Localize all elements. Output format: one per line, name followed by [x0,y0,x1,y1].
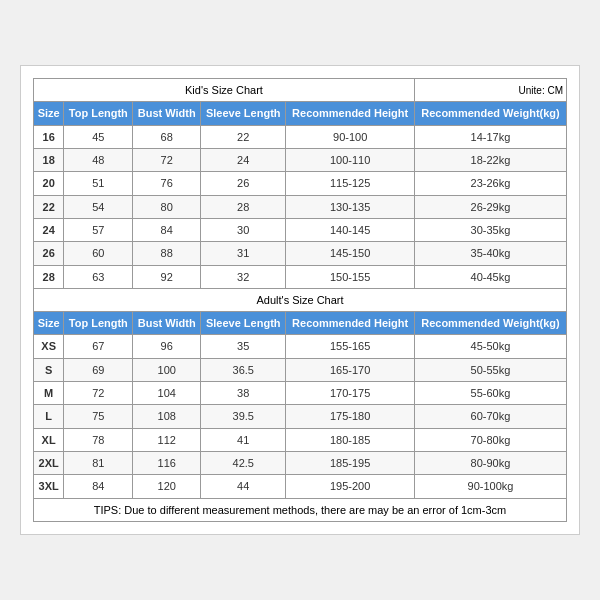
kids-cell: 35-40kg [414,242,566,265]
adults-cell: 165-170 [286,358,415,381]
adults-cell: L [34,405,64,428]
kids-cell: 115-125 [286,172,415,195]
adults-cell: XS [34,335,64,358]
adults-col-size: Size [34,312,64,335]
adults-title-row: Adult's Size Chart [34,288,567,311]
kids-cell: 16 [34,125,64,148]
kids-data-row: 24578430140-14530-35kg [34,218,567,241]
adults-cell: 84 [64,475,133,498]
adults-cell: 38 [201,382,286,405]
kids-data-body: 1645682290-10014-17kg18487224100-11018-2… [34,125,567,288]
adults-cell: 75 [64,405,133,428]
kids-cell: 28 [201,195,286,218]
kids-col-bust: Bust Width [133,102,201,125]
kids-cell: 22 [201,125,286,148]
adults-cell: 69 [64,358,133,381]
adults-col-height: Recommended Height [286,312,415,335]
kids-cell: 150-155 [286,265,415,288]
adults-cell: 36.5 [201,358,286,381]
adults-cell: 72 [64,382,133,405]
adults-data-row: M7210438170-17555-60kg [34,382,567,405]
kids-data-row: 20517626115-12523-26kg [34,172,567,195]
kids-cell: 140-145 [286,218,415,241]
kids-cell: 145-150 [286,242,415,265]
kids-cell: 24 [201,149,286,172]
kids-data-row: 28639232150-15540-45kg [34,265,567,288]
kids-cell: 26 [201,172,286,195]
adults-cell: S [34,358,64,381]
kids-data-row: 18487224100-11018-22kg [34,149,567,172]
kids-cell: 100-110 [286,149,415,172]
kids-cell: 130-135 [286,195,415,218]
tips-text: TIPS: Due to different measurement metho… [34,498,567,521]
kids-cell: 45 [64,125,133,148]
adults-cell: 42.5 [201,451,286,474]
kids-cell: 60 [64,242,133,265]
kids-cell: 30 [201,218,286,241]
kids-cell: 92 [133,265,201,288]
kids-cell: 72 [133,149,201,172]
adults-cell: 120 [133,475,201,498]
kids-cell: 51 [64,172,133,195]
tips-row: TIPS: Due to different measurement metho… [34,498,567,521]
kids-cell: 26 [34,242,64,265]
adults-cell: 67 [64,335,133,358]
kids-header-row: Size Top Length Bust Width Sleeve Length… [34,102,567,125]
kids-cell: 84 [133,218,201,241]
adults-cell: 180-185 [286,428,415,451]
kids-cell: 14-17kg [414,125,566,148]
adults-cell: 185-195 [286,451,415,474]
kids-cell: 26-29kg [414,195,566,218]
kids-cell: 54 [64,195,133,218]
adults-col-sleeve: Sleeve Length [201,312,286,335]
adults-cell: 96 [133,335,201,358]
kids-size-table: Kid's Size Chart Unite: CM Size Top Leng… [33,78,567,522]
adults-cell: 90-100kg [414,475,566,498]
adults-cell: 2XL [34,451,64,474]
adults-data-row: XL7811241180-18570-80kg [34,428,567,451]
adults-cell: 104 [133,382,201,405]
kids-cell: 18-22kg [414,149,566,172]
kids-cell: 88 [133,242,201,265]
adults-data-row: 3XL8412044195-20090-100kg [34,475,567,498]
adults-cell: 41 [201,428,286,451]
kids-col-weight: Recommended Weight(kg) [414,102,566,125]
kids-cell: 22 [34,195,64,218]
kids-data-row: 1645682290-10014-17kg [34,125,567,148]
adults-data-row: XS679635155-16545-50kg [34,335,567,358]
adults-col-bust: Bust Width [133,312,201,335]
kids-cell: 32 [201,265,286,288]
adults-col-weight: Recommended Weight(kg) [414,312,566,335]
adults-cell: 3XL [34,475,64,498]
adults-header-row: Size Top Length Bust Width Sleeve Length… [34,312,567,335]
adults-cell: 78 [64,428,133,451]
adults-cell: 81 [64,451,133,474]
kids-col-height: Recommended Height [286,102,415,125]
adults-cell: 116 [133,451,201,474]
adults-cell: M [34,382,64,405]
adults-cell: XL [34,428,64,451]
kids-cell: 40-45kg [414,265,566,288]
adults-data-row: S6910036.5165-17050-55kg [34,358,567,381]
adults-cell: 45-50kg [414,335,566,358]
kids-cell: 57 [64,218,133,241]
adults-cell: 100 [133,358,201,381]
adults-title: Adult's Size Chart [34,288,567,311]
kids-cell: 90-100 [286,125,415,148]
kids-unit: Unite: CM [414,79,566,102]
kids-cell: 18 [34,149,64,172]
kids-title-row: Kid's Size Chart Unite: CM [34,79,567,102]
kids-cell: 24 [34,218,64,241]
adults-col-top-length: Top Length [64,312,133,335]
kids-data-row: 26608831145-15035-40kg [34,242,567,265]
adults-data-row: L7510839.5175-18060-70kg [34,405,567,428]
kids-title: Kid's Size Chart [34,79,415,102]
adults-cell: 60-70kg [414,405,566,428]
adults-cell: 170-175 [286,382,415,405]
adults-cell: 80-90kg [414,451,566,474]
adults-cell: 195-200 [286,475,415,498]
kids-cell: 20 [34,172,64,195]
adults-cell: 50-55kg [414,358,566,381]
adults-data-row: 2XL8111642.5185-19580-90kg [34,451,567,474]
kids-cell: 23-26kg [414,172,566,195]
